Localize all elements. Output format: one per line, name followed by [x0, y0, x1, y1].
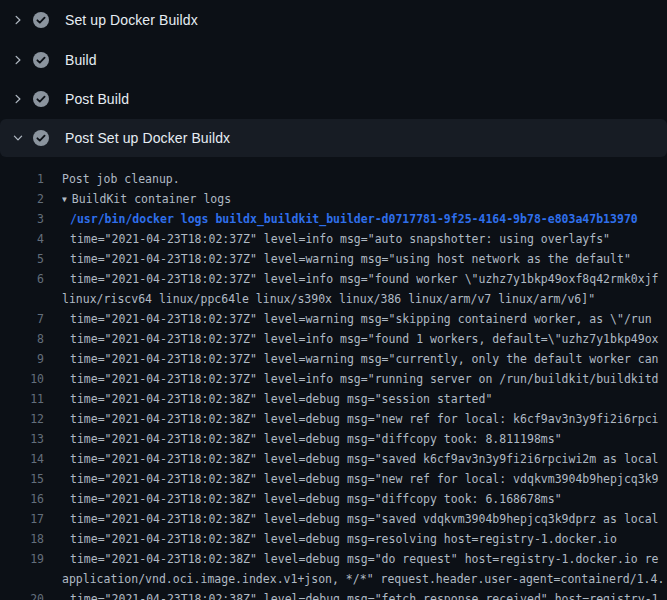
- log-line: 4time="2021-04-23T18:02:37Z" level=info …: [0, 229, 667, 249]
- log-line: 13time="2021-04-23T18:02:38Z" level=debu…: [0, 429, 667, 449]
- step-header-build[interactable]: Build: [0, 40, 667, 80]
- log-line-text: time="2021-04-23T18:02:38Z" level=debug …: [62, 509, 667, 529]
- log-output: 1Post job cleanup.2▼BuildKit container l…: [0, 157, 667, 600]
- log-line: 2▼BuildKit container logs: [0, 189, 667, 209]
- line-number[interactable]: 15: [0, 469, 44, 489]
- line-number[interactable]: 13: [0, 429, 44, 449]
- step-label: Build: [65, 52, 97, 68]
- line-number[interactable]: 4: [0, 229, 44, 249]
- log-line: 17time="2021-04-23T18:02:38Z" level=debu…: [0, 509, 667, 529]
- line-number[interactable]: 6: [0, 269, 44, 289]
- log-line-text: time="2021-04-23T18:02:37Z" level=info m…: [62, 229, 667, 249]
- line-number[interactable]: 10: [0, 369, 44, 389]
- check-circle-icon: [33, 91, 49, 107]
- log-line: 19time="2021-04-23T18:02:38Z" level=debu…: [0, 549, 667, 569]
- line-number[interactable]: 8: [0, 329, 44, 349]
- line-number[interactable]: 1: [0, 169, 44, 189]
- log-line: 1Post job cleanup.: [0, 169, 667, 189]
- log-line-text: ▼BuildKit container logs: [62, 189, 667, 209]
- line-number: [0, 289, 44, 309]
- line-number[interactable]: 18: [0, 529, 44, 549]
- chevron-right-icon[interactable]: [10, 12, 26, 28]
- log-line: 7time="2021-04-23T18:02:37Z" level=warni…: [0, 309, 667, 329]
- log-line: 14time="2021-04-23T18:02:38Z" level=debu…: [0, 449, 667, 469]
- job-log-viewer: Set up Docker Buildx Build Post Build Po…: [0, 0, 667, 600]
- log-line: 16time="2021-04-23T18:02:38Z" level=debu…: [0, 489, 667, 509]
- log-line-text: time="2021-04-23T18:02:37Z" level=warnin…: [62, 349, 667, 369]
- log-line-text: time="2021-04-23T18:02:38Z" level=debug …: [62, 429, 667, 449]
- log-line-text: time="2021-04-23T18:02:37Z" level=info m…: [62, 329, 667, 349]
- step-header-post-set-up-docker-buildx[interactable]: Post Set up Docker Buildx: [0, 119, 667, 157]
- log-line-text: time="2021-04-23T18:02:37Z" level=info m…: [62, 369, 667, 389]
- line-number[interactable]: 17: [0, 509, 44, 529]
- step-header-set-up-docker-buildx[interactable]: Set up Docker Buildx: [0, 0, 667, 40]
- log-line-text: time="2021-04-23T18:02:37Z" level=warnin…: [62, 249, 667, 269]
- log-line-text: linux/riscv64 linux/ppc64le linux/s390x …: [62, 289, 667, 309]
- log-line: 10time="2021-04-23T18:02:37Z" level=info…: [0, 369, 667, 389]
- log-line-text: application/vnd.oci.image.index.v1+json,…: [62, 569, 667, 589]
- log-line: linux/riscv64 linux/ppc64le linux/s390x …: [0, 289, 667, 309]
- log-line-text: time="2021-04-23T18:02:38Z" level=debug …: [62, 469, 667, 489]
- log-line: 12time="2021-04-23T18:02:38Z" level=debu…: [0, 409, 667, 429]
- log-line-text: time="2021-04-23T18:02:38Z" level=debug …: [62, 589, 667, 600]
- log-line-text: time="2021-04-23T18:02:38Z" level=debug …: [62, 529, 667, 549]
- line-number[interactable]: 11: [0, 389, 44, 409]
- line-number[interactable]: 12: [0, 409, 44, 429]
- steps-list: Set up Docker Buildx Build Post Build Po…: [0, 0, 667, 157]
- line-number[interactable]: 19: [0, 549, 44, 569]
- chevron-down-icon[interactable]: ▼: [62, 190, 67, 209]
- step-label: Post Build: [65, 91, 129, 107]
- log-line-text: time="2021-04-23T18:02:38Z" level=debug …: [62, 549, 667, 569]
- log-line-text: time="2021-04-23T18:02:37Z" level=info m…: [62, 269, 667, 289]
- log-line: 5time="2021-04-23T18:02:37Z" level=warni…: [0, 249, 667, 269]
- log-line-text: time="2021-04-23T18:02:37Z" level=warnin…: [62, 309, 667, 329]
- line-number[interactable]: 3: [0, 209, 44, 229]
- chevron-right-icon[interactable]: [10, 91, 26, 107]
- log-line: 8time="2021-04-23T18:02:37Z" level=info …: [0, 329, 667, 349]
- step-header-post-build[interactable]: Post Build: [0, 79, 667, 119]
- log-group-title[interactable]: BuildKit container logs: [72, 192, 231, 206]
- check-circle-icon: [33, 12, 49, 28]
- step-label: Set up Docker Buildx: [65, 12, 198, 28]
- log-line: 15time="2021-04-23T18:02:38Z" level=debu…: [0, 469, 667, 489]
- check-circle-icon: [33, 52, 49, 68]
- chevron-right-icon[interactable]: [10, 52, 26, 68]
- log-line: 11time="2021-04-23T18:02:38Z" level=debu…: [0, 389, 667, 409]
- log-line: application/vnd.oci.image.index.v1+json,…: [0, 569, 667, 589]
- line-number[interactable]: 2: [0, 189, 44, 209]
- log-line-text: time="2021-04-23T18:02:38Z" level=debug …: [62, 409, 667, 429]
- log-line: 20time="2021-04-23T18:02:38Z" level=debu…: [0, 589, 667, 600]
- line-number[interactable]: 14: [0, 449, 44, 469]
- line-number[interactable]: 9: [0, 349, 44, 369]
- log-line: 6time="2021-04-23T18:02:37Z" level=info …: [0, 269, 667, 289]
- log-line-text: Post job cleanup.: [62, 169, 667, 189]
- chevron-down-icon[interactable]: [10, 130, 26, 146]
- log-line-text: time="2021-04-23T18:02:38Z" level=debug …: [62, 389, 667, 409]
- log-line-text: /usr/bin/docker logs buildx_buildkit_bui…: [62, 209, 667, 229]
- line-number: [0, 569, 44, 589]
- log-line-text: time="2021-04-23T18:02:38Z" level=debug …: [62, 449, 667, 469]
- log-line: 3/usr/bin/docker logs buildx_buildkit_bu…: [0, 209, 667, 229]
- check-circle-icon: [33, 130, 49, 146]
- line-number[interactable]: 20: [0, 589, 44, 600]
- log-line: 18time="2021-04-23T18:02:38Z" level=debu…: [0, 529, 667, 549]
- step-label: Post Set up Docker Buildx: [65, 130, 230, 146]
- line-number[interactable]: 7: [0, 309, 44, 329]
- line-number[interactable]: 16: [0, 489, 44, 509]
- line-number[interactable]: 5: [0, 249, 44, 269]
- log-line-text: time="2021-04-23T18:02:38Z" level=debug …: [62, 489, 667, 509]
- log-line: 9time="2021-04-23T18:02:37Z" level=warni…: [0, 349, 667, 369]
